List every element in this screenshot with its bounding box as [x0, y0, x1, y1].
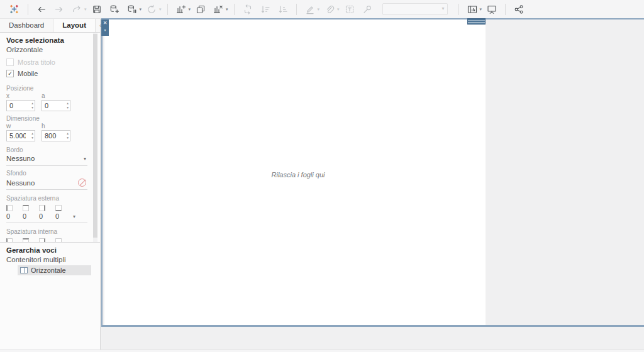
selected-container-close-button[interactable]: ✕ — [103, 19, 108, 27]
background-select[interactable]: Nessuno — [6, 179, 87, 190]
hierarchy-item-orizzontale[interactable]: Orizzontale — [18, 265, 91, 275]
pause-auto-updates-button[interactable] — [125, 3, 139, 16]
item-hierarchy-section: Gerarchia voci Contenitori multipli Oriz… — [0, 242, 100, 349]
dashboard-workspace: Rilascia i fogli qui ✕ ▾ — [101, 18, 644, 349]
highlight-button — [303, 3, 317, 16]
toolbar-divider — [28, 4, 28, 15]
spinner-arrows-icon[interactable]: ▴▾ — [31, 131, 33, 141]
outer-spacing-bottom-value[interactable]: 0 — [55, 212, 72, 220]
run-update-button — [145, 3, 158, 16]
pin-icon — [362, 4, 372, 14]
position-x-input[interactable]: ▴▾ — [6, 100, 35, 111]
outer-spacing-right-value[interactable]: 0 — [39, 212, 55, 220]
toolbar-divider — [505, 4, 506, 15]
sort-ascending-button — [258, 3, 272, 16]
background-value: Nessuno — [6, 179, 35, 187]
fix-axes-button — [360, 3, 374, 16]
redo-button — [52, 3, 66, 16]
checkbox-unchecked-icon[interactable] — [6, 58, 14, 66]
outer-spacing-label: Spaziatura esterna — [6, 195, 87, 202]
position-y-value[interactable] — [42, 101, 61, 111]
size-w-value[interactable] — [7, 131, 26, 141]
position-y-label: a — [42, 92, 70, 99]
dropdown-caret-icon[interactable]: ▾ — [226, 7, 228, 12]
position-y-input[interactable]: ▴▾ — [42, 100, 70, 111]
text-label-icon — [345, 4, 355, 14]
sheet-new-icon — [176, 4, 186, 14]
panel-scrollbar-track[interactable] — [93, 33, 97, 242]
position-x-value[interactable] — [7, 101, 26, 111]
hierarchy-title: Gerarchia voci — [0, 246, 100, 254]
checkbox-label: Mostra titolo — [18, 58, 55, 66]
dropdown-caret-icon: ▾ — [84, 7, 87, 12]
size-h-input[interactable]: ▴▾ — [42, 130, 70, 141]
save-button[interactable] — [90, 3, 104, 16]
swap-icon — [243, 4, 253, 14]
inner-spacing-icons — [6, 237, 87, 242]
fit-selector[interactable]: ▾ — [382, 3, 448, 15]
selection-border-top — [101, 18, 644, 19]
chevron-down-icon: ▾ — [442, 6, 445, 11]
border-section-label: Bordo — [6, 146, 87, 153]
background-section-label: Sfondo — [6, 170, 87, 177]
share-icon — [514, 4, 524, 14]
hierarchy-item-label: Orizzontale — [31, 267, 66, 274]
sheet-clear-icon — [213, 4, 223, 14]
padding-top-icon — [23, 205, 29, 211]
replay-button — [70, 3, 84, 16]
sort-desc-icon — [278, 4, 288, 14]
tab-dashboard[interactable]: Dashboard — [0, 19, 53, 32]
outer-spacing-icons — [6, 204, 87, 211]
toolbar-divider — [234, 4, 235, 15]
highlight-icon — [305, 4, 315, 14]
selected-container-menu-button[interactable]: ▾ — [104, 27, 106, 33]
presentation-mode-button[interactable] — [485, 3, 499, 16]
size-h-value[interactable] — [42, 131, 61, 141]
size-section-label: Dimensione — [6, 115, 87, 122]
outer-spacing-top-value[interactable]: 0 — [23, 212, 39, 220]
tableau-logo-button[interactable] — [8, 3, 21, 16]
show-hide-cards-button[interactable] — [465, 3, 479, 16]
redo-icon — [72, 4, 82, 14]
logo-icon — [9, 4, 19, 14]
new-worksheet-button[interactable] — [174, 3, 188, 16]
clear-sheet-button[interactable] — [211, 3, 225, 16]
spinner-arrows-icon[interactable]: ▴▾ — [67, 131, 69, 141]
tab-layout[interactable]: Layout — [53, 19, 96, 32]
dropdown-caret-icon[interactable]: ▾ — [140, 7, 142, 12]
presentation-icon — [487, 4, 497, 14]
mobile-checkbox-row: ✓ Mobile — [6, 69, 87, 77]
outer-spacing-left-value[interactable]: 0 — [6, 212, 23, 220]
chevron-down-icon[interactable]: ▾ — [73, 214, 75, 219]
position-x-label: x — [6, 92, 35, 99]
toolbar-divider — [458, 4, 459, 15]
save-icon — [92, 4, 102, 14]
padding-left-icon — [6, 205, 13, 211]
checkbox-checked-icon[interactable]: ✓ — [6, 70, 14, 77]
spinner-arrows-icon[interactable]: ▴▾ — [67, 101, 69, 111]
spinner-arrows-icon[interactable]: ▴▾ — [31, 101, 33, 111]
share-button[interactable] — [512, 3, 526, 16]
dashboard-canvas[interactable]: Rilascia i fogli qui — [104, 19, 486, 325]
new-data-source-button[interactable] — [108, 3, 121, 16]
dropdown-caret-icon[interactable]: ▾ — [189, 7, 191, 12]
hierarchy-root-node[interactable]: Contenitori multipli — [0, 256, 100, 264]
border-select[interactable]: Nessuno ▾ — [6, 155, 87, 166]
position-section-label: Posizione — [6, 85, 87, 92]
container-drag-handle-icon[interactable] — [467, 18, 486, 25]
group-members-button — [323, 3, 336, 16]
duplicate-sheet-button[interactable] — [194, 3, 208, 16]
dropdown-caret-icon[interactable]: ▾ — [480, 7, 482, 12]
size-w-label: w — [6, 123, 35, 129]
undo-button[interactable] — [35, 3, 48, 16]
toolbar-divider — [296, 4, 297, 15]
arrow-right-icon — [54, 4, 64, 14]
dropdown-caret-icon: ▾ — [159, 7, 162, 12]
checkbox-label: Mobile — [18, 70, 38, 77]
border-value: Nessuno — [6, 155, 35, 162]
no-color-icon — [78, 179, 86, 187]
size-w-input[interactable]: ▴▾ — [6, 130, 35, 141]
db-add-icon — [109, 4, 119, 14]
panel-scrollbar-thumb[interactable] — [93, 34, 97, 238]
layout-panel-content: Voce selezionata Orizzontale Mostra tito… — [0, 33, 100, 242]
